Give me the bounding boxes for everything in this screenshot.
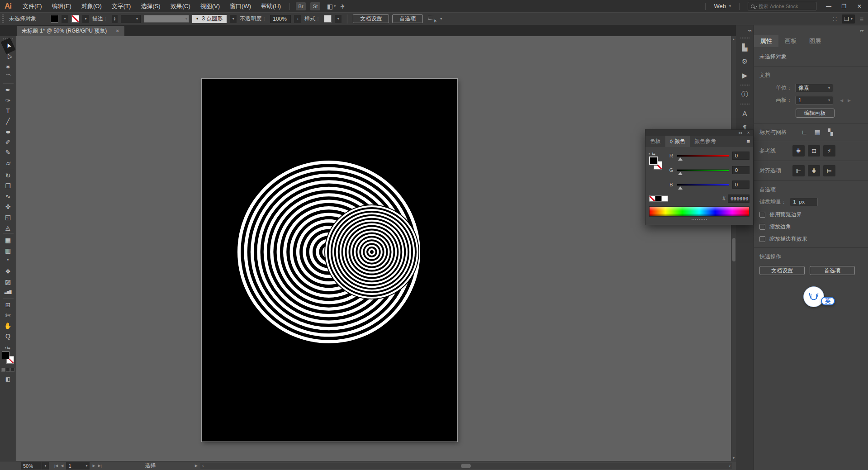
tab-swatches[interactable]: 色板 — [645, 136, 665, 147]
fill-color-dropdown[interactable]: ▾ — [62, 15, 68, 23]
chevron-down-icon[interactable]: ▾ — [334, 4, 336, 8]
scale-corners-option[interactable]: 缩放边角 — [759, 223, 863, 231]
corner-ruler-icon[interactable]: ∟ — [799, 128, 809, 137]
opacity-flyout-arrow[interactable]: › — [294, 15, 301, 23]
checkbox[interactable] — [759, 212, 765, 218]
scroll-down-icon[interactable]: ▼ — [731, 456, 736, 460]
zoom-tool[interactable]: Q — [2, 331, 14, 341]
green-slider[interactable] — [677, 169, 729, 171]
slider-thumb[interactable] — [678, 157, 683, 161]
line-segment-tool[interactable]: ╱ — [2, 116, 14, 126]
close-icon[interactable]: ✕ — [747, 131, 750, 135]
width-tool[interactable]: ∿ — [2, 191, 14, 201]
fill-stroke-proxy[interactable] — [2, 351, 14, 364]
mesh-tool[interactable]: ▦ — [2, 235, 14, 245]
vertical-scrollbar-thumb[interactable] — [732, 238, 735, 261]
keyboard-increment-field[interactable]: 1 px — [790, 198, 818, 206]
slice-tool[interactable]: ✄ — [2, 310, 14, 320]
quick-preferences-button[interactable]: 首选项 — [810, 266, 855, 275]
character-panel-icon[interactable]: A — [736, 106, 754, 120]
smart-guides-icon[interactable]: ⚡ — [823, 145, 835, 157]
red-slider[interactable] — [677, 155, 729, 157]
ime-mode-badge[interactable]: 英 — [821, 297, 835, 305]
artboard[interactable] — [202, 79, 457, 442]
checkbox[interactable] — [759, 224, 765, 230]
gradient-tool[interactable]: ▥ — [2, 245, 14, 256]
type-tool[interactable]: T — [2, 105, 14, 116]
collapse-icon[interactable]: ◂◂ — [738, 131, 742, 135]
preferences-button[interactable]: 首选项 — [392, 14, 423, 23]
blue-slider[interactable] — [677, 184, 729, 186]
graphic-style-swatch[interactable] — [324, 15, 332, 23]
puppet-warp-tool[interactable]: ✜ — [2, 201, 14, 212]
curvature-tool[interactable]: ✑ — [2, 95, 14, 105]
menu-item-6[interactable]: 视图(V) — [195, 0, 225, 12]
transparency-grid-icon[interactable]: ▚ — [825, 128, 835, 137]
chevron-down-icon[interactable]: ▾ — [440, 17, 442, 21]
stroke-weight-field[interactable]: ▾ — [121, 15, 141, 23]
slider-thumb[interactable] — [678, 172, 683, 175]
opacity-field[interactable]: 100% — [270, 15, 291, 23]
horizontal-scrollbar-thumb[interactable] — [461, 464, 471, 468]
ime-logo[interactable] — [803, 286, 824, 307]
libraries-panel-icon[interactable]: ▙ — [736, 40, 754, 54]
workspace-layout-icon[interactable]: ◧ — [327, 3, 333, 10]
play-icon[interactable]: ▶ — [736, 68, 754, 82]
document-setup-button[interactable]: 文档设置 — [353, 14, 389, 23]
drawing-modes[interactable] — [1, 368, 14, 372]
info-panel-icon[interactable]: ⓘ — [736, 87, 754, 101]
menu-item-5[interactable]: 效果(C) — [166, 0, 195, 12]
paintbrush-tool[interactable]: ✐ — [2, 137, 14, 147]
ime-indicator[interactable]: 英 — [803, 286, 838, 310]
draw-behind-icon[interactable] — [6, 368, 10, 372]
green-value-field[interactable]: 0 — [732, 166, 749, 174]
menu-item-4[interactable]: 选择(S) — [136, 0, 165, 12]
grid-icon[interactable]: ▦ — [812, 128, 822, 137]
guides-icon[interactable]: ⋕ — [792, 145, 805, 157]
stroke-weight-stepper[interactable]: ▲▼ — [112, 15, 118, 23]
dock-collapse[interactable]: ◂◂ — [736, 25, 754, 35]
scroll-right-icon[interactable]: › — [729, 463, 730, 468]
next-artboard-button[interactable]: ▶ — [92, 464, 95, 468]
share-icon[interactable]: ✈ — [340, 2, 346, 10]
tab-properties[interactable]: 属性 — [754, 35, 778, 47]
adobe-stock-search[interactable]: ▾ — [748, 2, 816, 10]
scroll-up-icon[interactable]: ▲ — [731, 38, 736, 41]
symbol-sprayer-tool[interactable]: ▨ — [2, 276, 14, 287]
quick-document-setup-button[interactable]: 文档设置 — [759, 266, 805, 275]
artboard-pager[interactable]: ◀▶ — [836, 98, 851, 103]
first-artboard-button[interactable]: |◀ — [54, 464, 58, 468]
drag-grip[interactable] — [2, 14, 4, 24]
touch-workspace-icon[interactable]: ∷ — [833, 15, 837, 23]
menu-item-1[interactable]: 编辑(E) — [47, 0, 76, 12]
panel-menu-icon[interactable]: ≡ — [746, 138, 750, 145]
close-button[interactable]: ✕ — [852, 0, 867, 12]
previous-icon[interactable]: ◀ — [840, 98, 843, 103]
artboard-tool[interactable]: ⊞ — [2, 299, 14, 310]
hex-value-field[interactable]: 000000 — [728, 195, 749, 203]
zoom-dropdown-chevron[interactable]: ▾ — [42, 462, 49, 470]
last-artboard-button[interactable]: ▶| — [98, 464, 102, 468]
next-icon[interactable]: ▶ — [848, 98, 851, 103]
arrange-documents-button[interactable]: ❏ ▾ — [842, 14, 855, 24]
artboard-navigation-field[interactable]: 1 ▾ — [66, 462, 90, 470]
panel-collapse[interactable]: ▸▸ — [754, 25, 868, 35]
tab-artboards[interactable]: 画板 — [778, 35, 803, 47]
checkbox[interactable] — [759, 236, 765, 242]
previous-artboard-button[interactable]: ◀ — [61, 464, 63, 468]
dock-grip[interactable] — [740, 38, 749, 38]
stroke-color-dropdown[interactable]: ▾ — [82, 15, 89, 23]
none-swatch[interactable] — [649, 195, 655, 202]
document-tab[interactable]: 未标题-1* @ 50% (RGB/GPU 预览) ✕ — [17, 26, 124, 36]
brush-definition-dropdown[interactable]: • 3 点圆形 — [192, 15, 227, 23]
tab-layers[interactable]: 图层 — [803, 35, 827, 47]
ellipse-tool[interactable]: ● — [0, 126, 17, 137]
slider-thumb[interactable] — [678, 186, 683, 190]
draw-inside-icon[interactable] — [10, 368, 14, 372]
edit-artboards-button[interactable]: 编辑画板 — [796, 109, 835, 118]
screen-mode-icon[interactable]: ◧ — [5, 376, 10, 382]
bridge-button[interactable]: Br — [296, 2, 306, 10]
scale-tool[interactable]: ❐ — [2, 180, 14, 191]
shape-builder-tool[interactable]: ◱ — [2, 212, 14, 222]
default-swatches-icon[interactable]: ▪⇆ — [5, 346, 11, 350]
